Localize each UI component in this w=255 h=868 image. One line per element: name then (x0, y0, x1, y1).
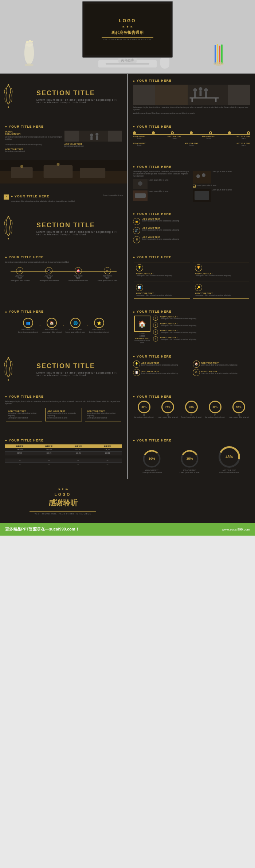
svg-point-46 (8, 357, 9, 358)
main-icon-body: Lorem ipsum dolor sit amet (133, 340, 151, 344)
td-1-2: 356,291 (34, 448, 63, 452)
tl-dot-7 (247, 131, 250, 134)
slide-2-img (64, 131, 122, 142)
tl-dot-4 (190, 131, 193, 134)
slide-donec: YOUR TITLE HERE DONEC SOLLICITUDIN Lorem… (0, 120, 127, 160)
icons-list: 🔒 ADD YOUR TEXT Lorem ipsum dolor sit am… (133, 218, 250, 243)
ty-title: 感谢聆听 (48, 498, 78, 508)
svg-point-44 (8, 216, 9, 217)
monitor-logo: LOGO (119, 18, 136, 23)
tim-img2 (133, 190, 148, 201)
slide-text-images: YOUR TITLE HERE Pellentesque fringilla, … (128, 160, 255, 207)
box4-body: Lorem ipsum dolor sit amet consectetur a… (195, 294, 247, 297)
tl-label-6: ADD YOUR TEXT Lorem (185, 143, 198, 147)
tl-label-7: ADD YOUR TEXT Lorem (236, 143, 250, 147)
td-2-1: 108,21 (5, 451, 34, 455)
table-row-4: — — — — (5, 459, 122, 462)
slide-2-title: YOUR TITLE HERE (5, 125, 122, 128)
th-4: 标题文字 (93, 444, 122, 448)
slide-7-body: Lorem ipsum dolor sit amet consectetur a… (5, 261, 122, 263)
numbered-right: 1 ADD YOUR TEXT Lorem ipsum dolor sit am… (153, 316, 250, 344)
timeline-container: ADD YOUR TEXT Lorem ADD YOUR TEXT Lorem … (133, 131, 250, 147)
slide-13-title: YOUR TITLE HERE (133, 395, 250, 398)
tci-text-1: ADD YOUR TEXT Lorem ipsum dolor sit amet… (141, 362, 178, 366)
slide-timeline: YOUR TITLE HERE ADD YOUR TEXT Lorem (128, 120, 255, 160)
tci-left: 💡 ADD YOUR TEXT Lorem ipsum dolor sit am… (133, 360, 191, 376)
section-slide-2: SECTION TITLE Lorem ipsum dolor sit amet… (0, 207, 127, 250)
box3-body: Lorem ipsum dolor sit amet consectetur a… (136, 294, 188, 297)
slide-15-title: YOUR TITLE HERE (133, 439, 250, 442)
slide-4-title: YOUR TITLE HERE (11, 194, 102, 198)
tl-dot-1 (133, 131, 136, 134)
tim-img-row2: Lorem ipsum dolor sit amet (133, 190, 191, 201)
box4-icon: 🔑 (195, 284, 202, 291)
timeline-labels: ADD YOUR TEXT Lorem ADD YOUR TEXT Lorem … (133, 136, 250, 140)
pct-circles-row: 30% ADD YOUR TEXT Lorem ipsum dolor sit … (133, 445, 250, 474)
pct-val-1: 30% (149, 457, 155, 460)
hero-section: LOGO ❧ ✦ ❧ 现代商务报告通用 VESTIBULUM ANTE IPSU… (0, 0, 255, 73)
slide-1-title: YOUR TITLE HERE (133, 79, 250, 82)
monitor-icon: 🖥 (133, 236, 140, 243)
arrow-1: › (39, 324, 40, 327)
cs-circle-4: 60% (209, 401, 221, 413)
slide-1-image (133, 85, 250, 105)
tim-body1: Pellentesque fringilla, libero in ultric… (133, 171, 191, 178)
cs-circle-5: 55% (232, 401, 245, 413)
section-subtitle-1: Lorem ipsum dolor sit amet consectetur a… (36, 99, 120, 104)
slide-big-image: " YOUR TITLE HERE Lorem ipsum dolor sit … (0, 160, 127, 207)
donec-col: DONEC SOLLICITUDIN Lorem ipsum dolor sit… (5, 131, 63, 153)
slide-circle-stats: YOUR TITLE HERE 80% 01 Lorem ipsum dolor… (128, 390, 255, 433)
svg-rect-19 (205, 92, 207, 97)
conn-body-4: Lorem ipsum dolor sit amet (89, 331, 109, 333)
connector-row: 👥 ADD YOUR TEXT Lorem ipsum dolor sit am… (5, 318, 122, 333)
tl-dot-5 (209, 131, 212, 134)
proc-body-1: Lorem ipsum dolor sit amet (10, 280, 30, 282)
svg-point-24 (90, 134, 93, 136)
tci-right: 🏠 ADD YOUR TEXT Lorem ipsum dolor sit am… (193, 360, 250, 376)
conn-body-1: Lorem ipsum dolor sit amet (18, 331, 38, 333)
td-1-1: 746,293 (5, 448, 34, 452)
td-4-1: — (5, 459, 34, 462)
pct-val-3: 46% (225, 455, 233, 459)
svg-rect-22 (215, 99, 217, 102)
tl-dot-6 (228, 131, 231, 134)
icon-item-2: 🛒 ADD YOUR TEXT Lorem ipsum dolor sit am… (133, 227, 250, 234)
right-col: ADD YOUR TEXT Lorem ipsum dolor sit amet (64, 131, 122, 153)
icon-item-1: 🔒 ADD YOUR TEXT Lorem ipsum dolor sit am… (133, 218, 250, 225)
tci-icon-1: 💡 (133, 360, 140, 368)
num-item-4-text: ADD YOUR TEXT Lorem ipsum dolor sit amet… (160, 336, 196, 341)
slide-outline-boxes: YOUR TITLE HERE Pellentesque fringilla, … (0, 390, 127, 433)
ob-3: ADD YOUR TEXT Lorem ipsum dolor sit amet… (85, 408, 121, 421)
conn-item-2: 🏠 ADD YOUR TEXT Lorem ipsum dolor sit am… (42, 318, 62, 333)
tci-icon-2: 📋 (133, 369, 140, 376)
grid-row-1: SECTION TITLE Lorem ipsum dolor sit amet… (0, 74, 255, 120)
table-row-3: — — — — (5, 455, 122, 459)
box2-icon: 🏆 (195, 264, 202, 271)
svg-point-34 (57, 163, 60, 166)
tim-img-row3: Lorem ipsum dolor sit amet (193, 171, 250, 184)
cs-body-4: Lorem ipsum dolor sit amet (205, 416, 225, 418)
tim-img3-text: Lorem ipsum dolor sit amet (212, 171, 232, 184)
people-icon: 👥 (23, 318, 33, 328)
proc-label-1: ADD YOURTEXT (15, 275, 24, 280)
quote-right-body: Lorem ipsum dolor sit amet (103, 194, 123, 197)
pct-val-2: 35% (186, 457, 193, 460)
svg-point-9 (213, 62, 224, 66)
timeline-line (133, 134, 250, 135)
tim-imgs-row: Lorem ipsum dolor sit amet Lorem ipsum d… (133, 179, 191, 201)
svg-rect-8 (221, 45, 223, 64)
box3-icon: 📊 (136, 284, 143, 291)
svg-rect-7 (215, 45, 216, 64)
cs-4: 60% 04 Lorem ipsum dolor sit amet (205, 401, 225, 419)
slide-10-title: YOUR TITLE HERE (133, 310, 250, 313)
add-text-row: ADD YOUR TEXT Lorem ipsum dolor sit amet (5, 148, 63, 153)
slide-connector: YOUR TITLE HERE 👥 ADD YOUR TEXT Lorem ip… (0, 305, 127, 349)
proc-body-2: Lorem ipsum dolor sit amet (39, 280, 59, 282)
svg-point-1 (25, 63, 34, 66)
num-3: 3 (153, 329, 158, 335)
svg-rect-23 (79, 131, 108, 142)
td-3-1: — (5, 455, 34, 459)
proc-icon-2: 📱 (45, 267, 52, 274)
vase-decoration (22, 40, 36, 66)
tim-img-row5: Lorem ipsum dolor sit amet (193, 189, 250, 202)
